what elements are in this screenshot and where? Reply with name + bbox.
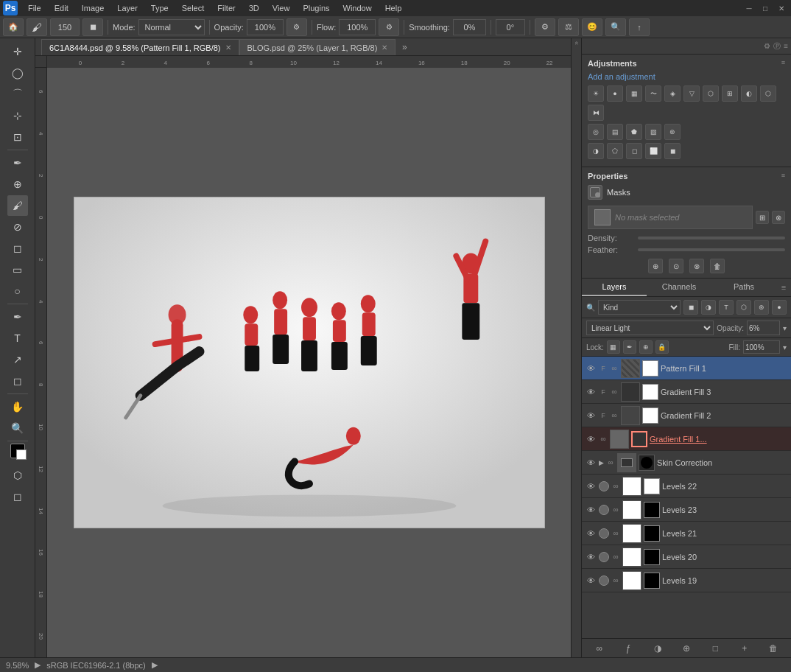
adjustments-collapse-btn[interactable]: ≡ xyxy=(781,59,785,68)
tab-channels[interactable]: Channels xyxy=(647,279,711,296)
layer-link-btn[interactable]: ∞ xyxy=(591,641,608,656)
menu-filter[interactable]: Filter xyxy=(211,2,241,14)
collapse-panels-btn[interactable]: « xyxy=(573,41,580,45)
mask-options-btn2[interactable]: ⊗ xyxy=(772,211,785,224)
opacity-input[interactable] xyxy=(247,19,284,35)
status-arrow2[interactable]: ▶ xyxy=(152,660,158,670)
add-adjustment-link[interactable]: Add an adjustment xyxy=(588,72,785,81)
mode-select[interactable]: Normal xyxy=(138,19,205,35)
layer-group-btn[interactable]: □ xyxy=(707,641,723,656)
layer-row-gradient-fill-2[interactable]: 👁 F ∞ Gradient Fill 2 xyxy=(582,404,791,427)
type-tool[interactable]: T xyxy=(7,328,28,349)
menu-window[interactable]: Window xyxy=(337,2,378,14)
minimize-button[interactable]: ─ xyxy=(742,1,756,15)
kind-pixel-btn[interactable]: ◼ xyxy=(683,300,698,315)
layer-7-visibility-btn[interactable]: 👁 xyxy=(585,504,597,516)
quick-select-tool[interactable]: ⊹ xyxy=(7,105,28,126)
tabs-overflow-btn[interactable]: » xyxy=(398,39,410,55)
eyedropper-tool[interactable]: ✒ xyxy=(7,153,28,173)
layer-delete-btn[interactable]: 🗑 xyxy=(765,641,781,656)
adj-threshold-icon[interactable]: ⬟ xyxy=(626,124,642,140)
layer-row-levels-20[interactable]: 👁 ∞ Levels 20 xyxy=(582,545,791,569)
menu-plugins[interactable]: Plugins xyxy=(297,2,335,14)
brush-size-btn[interactable]: 150 xyxy=(50,18,80,36)
tab-2[interactable]: BLOG.psd @ 25% (Layer 1, RGB/8) ✕ xyxy=(239,39,396,55)
tab-paths[interactable]: Paths xyxy=(711,279,776,296)
home-button[interactable]: 🏠 xyxy=(3,18,24,36)
layer-5-expand-btn[interactable]: ▶ xyxy=(599,459,604,466)
layer-row-levels-23[interactable]: 👁 ∞ Levels 23 xyxy=(582,498,791,522)
restore-button[interactable]: □ xyxy=(759,1,772,15)
crop-tool[interactable]: ⊡ xyxy=(7,127,28,147)
layer-2-visibility-btn[interactable]: 👁 xyxy=(585,386,597,398)
fill-dropdown-btn[interactable]: ▾ xyxy=(783,343,787,351)
clone-tool[interactable]: ⊘ xyxy=(7,217,28,237)
layer-fx-btn[interactable]: ƒ xyxy=(620,641,636,656)
brush-tool[interactable]: 🖌 xyxy=(7,195,28,216)
layer-3-visibility-btn[interactable]: 👁 xyxy=(585,410,597,421)
share-button[interactable]: ↑ xyxy=(629,18,650,36)
path-select-tool[interactable]: ↗ xyxy=(7,349,28,370)
smoothing-input[interactable] xyxy=(453,19,486,35)
lock-artboard-btn[interactable]: ⊕ xyxy=(639,340,653,354)
adj-hsl-icon[interactable]: ⬡ xyxy=(703,85,719,102)
settings-button[interactable]: ⚙ xyxy=(535,18,555,36)
canvas-viewport[interactable] xyxy=(47,68,571,657)
healing-tool[interactable]: ⊕ xyxy=(7,174,28,195)
kind-adjustment-btn[interactable]: ◑ xyxy=(701,300,716,315)
dodge-tool[interactable]: ○ xyxy=(7,281,28,301)
adj-exposure-icon[interactable]: ◈ xyxy=(664,85,681,102)
menu-edit[interactable]: Edit xyxy=(49,2,74,14)
adj-vibrance-icon[interactable]: ▽ xyxy=(683,85,700,102)
layer-row-gradient-fill-3[interactable]: 👁 F ∞ Gradient Fill 3 xyxy=(582,380,791,404)
tab-1[interactable]: 6C1A8444.psd @ 9.58% (Pattern Fill 1, RG… xyxy=(41,39,239,55)
brush-tool-btn[interactable]: 🖌 xyxy=(27,18,47,36)
adj-extra1-icon[interactable]: ◑ xyxy=(588,143,604,159)
menu-layer[interactable]: Layer xyxy=(111,2,144,14)
kind-shape-btn[interactable]: ⬡ xyxy=(736,300,751,315)
adj-brightness-icon[interactable]: ☀ xyxy=(588,85,604,102)
adj-colorbalance-icon[interactable]: ⊞ xyxy=(722,85,738,102)
layer-8-visibility-btn[interactable]: 👁 xyxy=(585,528,597,539)
mask-action2-btn[interactable]: ⊙ xyxy=(669,259,683,273)
lock-all-btn[interactable]: 🔒 xyxy=(655,340,669,354)
adj-bw-icon[interactable]: ◐ xyxy=(741,85,757,102)
mask-delete-btn[interactable]: 🗑 xyxy=(710,259,725,273)
foreground-color[interactable] xyxy=(10,444,25,458)
adj-selectivecolor-icon[interactable]: ⊛ xyxy=(664,124,681,140)
tab-1-close[interactable]: ✕ xyxy=(225,43,231,52)
status-arrow[interactable]: ▶ xyxy=(35,660,41,670)
brush-preset-btn[interactable]: ◼ xyxy=(82,18,103,36)
properties-collapse-btn[interactable]: ≡ xyxy=(781,172,785,181)
layers-panel-menu-btn[interactable]: ≡ xyxy=(776,279,791,296)
eraser-tool[interactable]: ◻ xyxy=(7,238,28,259)
layer-9-visibility-btn[interactable]: 👁 xyxy=(585,551,597,563)
menu-view[interactable]: View xyxy=(267,2,296,14)
kind-smart-btn[interactable]: ⊛ xyxy=(754,300,769,315)
feather-slider[interactable] xyxy=(638,248,785,251)
pen-tool[interactable]: ✒ xyxy=(7,307,28,327)
adj-extra5-icon[interactable]: ◼ xyxy=(664,143,681,159)
layer-1-visibility-btn[interactable]: 👁 xyxy=(585,363,597,374)
zoom-tool[interactable]: 🔍 xyxy=(7,418,28,438)
layer-6-visibility-btn[interactable]: 👁 xyxy=(585,480,597,492)
kind-filter-select[interactable]: Kind xyxy=(598,300,681,315)
layer-4-visibility-btn[interactable]: 👁 xyxy=(585,433,597,445)
adj-channel-icon[interactable]: ⧓ xyxy=(588,105,604,121)
layer-10-visibility-btn[interactable]: 👁 xyxy=(585,575,597,587)
panel-menu-icon[interactable]: ≡ xyxy=(784,42,788,50)
close-button[interactable]: ✕ xyxy=(775,1,788,15)
adjustments-icon[interactable]: ⚙ xyxy=(764,42,770,50)
symmetry-button[interactable]: ⚖ xyxy=(558,18,579,36)
screen-mode-btn[interactable]: ◻ xyxy=(7,486,28,507)
menu-type[interactable]: Type xyxy=(145,2,175,14)
blend-mode-select[interactable]: Linear Light xyxy=(586,321,714,335)
layer-mask-btn[interactable]: ◑ xyxy=(650,641,666,656)
ellipse-select-tool[interactable]: ◯ xyxy=(7,63,28,83)
layer-row-levels-22[interactable]: 👁 ∞ Levels 22 xyxy=(582,475,791,498)
adj-curves-icon[interactable]: 〜 xyxy=(645,85,661,102)
layer-row-levels-19[interactable]: 👁 ∞ Levels 19 xyxy=(582,569,791,592)
flow-options-btn[interactable]: ⚙ xyxy=(379,18,399,36)
properties-icon[interactable]: Ⓟ xyxy=(773,41,781,52)
hand-tool[interactable]: ✋ xyxy=(7,396,28,417)
